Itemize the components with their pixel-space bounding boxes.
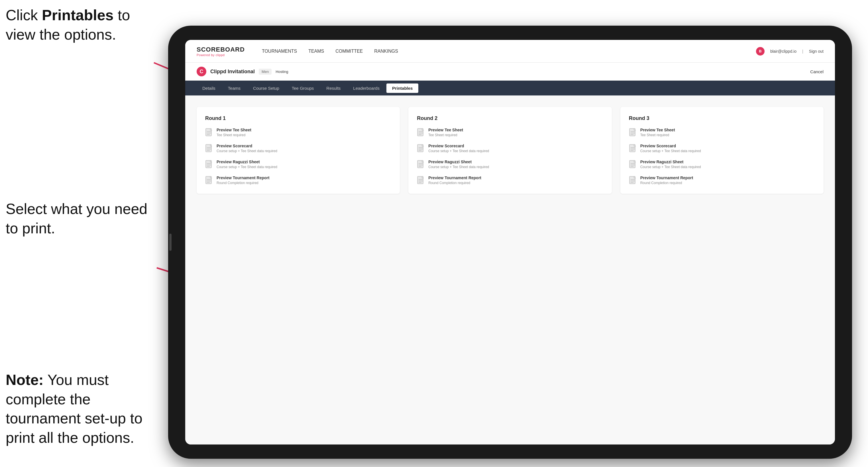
- annotation-top-prefix: Click: [6, 7, 42, 23]
- doc-icon-r2-4: [417, 176, 425, 185]
- cancel-button[interactable]: Cancel: [810, 69, 824, 74]
- round-1-column: Round 1 Preview Tee Sheet Tee Sheet requ…: [197, 107, 400, 194]
- nav-item-committee[interactable]: COMMITTEE: [335, 48, 363, 55]
- doc-icon-r3-1: [629, 128, 637, 137]
- svg-rect-4: [206, 128, 212, 136]
- rounds-grid: Round 1 Preview Tee Sheet Tee Sheet requ…: [197, 107, 824, 194]
- tablet-frame: SCOREBOARD Powered by clippd TOURNAMENTS…: [168, 26, 852, 459]
- tournament-name: Clippd Invitational: [210, 69, 255, 75]
- brand-subtitle: Powered by clippd: [197, 53, 245, 57]
- round1-raguzzi[interactable]: Preview Raguzzi Sheet Course setup + Tee…: [205, 160, 391, 169]
- annotation-bottom: Note: You must complete the tournament s…: [6, 370, 165, 447]
- nav-items: TOURNAMENTS TEAMS COMMITTEE RANKINGS: [262, 48, 398, 55]
- round-2-column: Round 2 Preview Tee Sheet Tee Sheet requ…: [408, 107, 612, 194]
- round-1-title: Round 1: [205, 115, 391, 121]
- tournament-title: C Clippd Invitational Men Hosting: [197, 67, 288, 76]
- clippd-logo: C: [197, 67, 206, 76]
- doc-icon-r3-4: [629, 176, 637, 185]
- round-3-column: Round 3 Preview Tee Sheet Tee Sheet requ…: [620, 107, 824, 194]
- svg-rect-8: [206, 145, 212, 152]
- round3-tee-sheet-text: Preview Tee Sheet Tee Sheet required: [640, 128, 815, 137]
- round1-tee-sheet[interactable]: Preview Tee Sheet Tee Sheet required: [205, 128, 391, 137]
- doc-icon-3: [205, 160, 213, 169]
- svg-rect-16: [206, 176, 212, 184]
- doc-icon: [205, 128, 213, 137]
- sign-out-link[interactable]: Sign out: [809, 49, 824, 54]
- tab-results[interactable]: Results: [320, 84, 346, 93]
- hosting-badge: Hosting: [276, 69, 288, 74]
- round3-raguzzi-text: Preview Raguzzi Sheet Course setup + Tee…: [640, 160, 815, 169]
- round3-scorecard-text: Preview Scorecard Course setup + Tee She…: [640, 144, 815, 153]
- user-avatar: B: [756, 47, 765, 56]
- brand: SCOREBOARD Powered by clippd: [197, 46, 245, 57]
- round3-report-text: Preview Tournament Report Round Completi…: [640, 176, 815, 185]
- user-email: blair@clippd.io: [770, 49, 797, 54]
- nav-item-teams[interactable]: TEAMS: [308, 48, 324, 55]
- annotation-top-bold: Printables: [42, 7, 114, 23]
- doc-icon-r3-3: [629, 160, 637, 169]
- tab-printables[interactable]: Printables: [386, 84, 418, 93]
- tab-leaderboards[interactable]: Leaderboards: [347, 84, 385, 93]
- doc-icon-4: [205, 176, 213, 185]
- svg-rect-12: [206, 160, 212, 168]
- round3-raguzzi[interactable]: Preview Raguzzi Sheet Course setup + Tee…: [629, 160, 815, 169]
- round3-scorecard[interactable]: Preview Scorecard Course setup + Tee She…: [629, 144, 815, 153]
- brand-title: SCOREBOARD: [197, 46, 245, 53]
- nav-item-tournaments[interactable]: TOURNAMENTS: [262, 48, 297, 55]
- annotation-bottom-bold: Note:: [6, 372, 43, 388]
- svg-rect-44: [629, 160, 635, 168]
- round2-report-text: Preview Tournament Report Round Completi…: [428, 176, 603, 185]
- tournament-badge: Men: [259, 69, 272, 75]
- round1-raguzzi-text: Preview Raguzzi Sheet Course setup + Tee…: [217, 160, 391, 169]
- round1-tee-sheet-text: Preview Tee Sheet Tee Sheet required: [217, 128, 391, 137]
- svg-rect-48: [629, 176, 635, 184]
- round3-tee-sheet[interactable]: Preview Tee Sheet Tee Sheet required: [629, 128, 815, 137]
- nav-right: B blair@clippd.io | Sign out: [756, 47, 824, 56]
- annotation-middle: Select what you need to print.: [6, 199, 154, 238]
- main-content: Round 1 Preview Tee Sheet Tee Sheet requ…: [185, 95, 835, 444]
- round-2-title: Round 2: [417, 115, 603, 121]
- top-nav: SCOREBOARD Powered by clippd TOURNAMENTS…: [185, 40, 835, 63]
- svg-rect-20: [417, 128, 423, 136]
- svg-rect-36: [629, 128, 635, 136]
- doc-icon-r2-2: [417, 144, 425, 153]
- tab-tee-groups[interactable]: Tee Groups: [286, 84, 320, 93]
- round2-tee-sheet[interactable]: Preview Tee Sheet Tee Sheet required: [417, 128, 603, 137]
- round1-report-text: Preview Tournament Report Round Completi…: [217, 176, 391, 185]
- annotation-top: Click Printables to view the options.: [6, 6, 154, 44]
- round1-scorecard[interactable]: Preview Scorecard Course setup + Tee She…: [205, 144, 391, 153]
- tab-teams[interactable]: Teams: [222, 84, 246, 93]
- round2-scorecard[interactable]: Preview Scorecard Course setup + Tee She…: [417, 144, 603, 153]
- round2-raguzzi-text: Preview Raguzzi Sheet Course setup + Tee…: [428, 160, 603, 169]
- side-button[interactable]: [169, 234, 172, 251]
- nav-item-rankings[interactable]: RANKINGS: [374, 48, 398, 55]
- round3-tournament-report[interactable]: Preview Tournament Report Round Completi…: [629, 176, 815, 185]
- round2-tournament-report[interactable]: Preview Tournament Report Round Completi…: [417, 176, 603, 185]
- round2-tee-sheet-text: Preview Tee Sheet Tee Sheet required: [428, 128, 603, 137]
- sub-nav: Details Teams Course Setup Tee Groups Re…: [185, 81, 835, 95]
- round1-tournament-report[interactable]: Preview Tournament Report Round Completi…: [205, 176, 391, 185]
- round2-raguzzi[interactable]: Preview Raguzzi Sheet Course setup + Tee…: [417, 160, 603, 169]
- doc-icon-2: [205, 144, 213, 153]
- svg-rect-24: [417, 145, 423, 152]
- tab-details[interactable]: Details: [197, 84, 221, 93]
- round-3-title: Round 3: [629, 115, 815, 121]
- tab-course-setup[interactable]: Course Setup: [247, 84, 285, 93]
- round2-scorecard-text: Preview Scorecard Course setup + Tee She…: [428, 144, 603, 153]
- tablet-screen: SCOREBOARD Powered by clippd TOURNAMENTS…: [185, 40, 835, 444]
- nav-left: SCOREBOARD Powered by clippd TOURNAMENTS…: [197, 46, 398, 57]
- doc-icon-r2-3: [417, 160, 425, 169]
- doc-icon-r2-1: [417, 128, 425, 137]
- svg-rect-32: [417, 176, 423, 184]
- svg-rect-28: [417, 160, 423, 168]
- round1-scorecard-text: Preview Scorecard Course setup + Tee She…: [217, 144, 391, 153]
- tournament-header: C Clippd Invitational Men Hosting Cancel: [185, 63, 835, 81]
- svg-rect-40: [629, 145, 635, 152]
- doc-icon-r3-2: [629, 144, 637, 153]
